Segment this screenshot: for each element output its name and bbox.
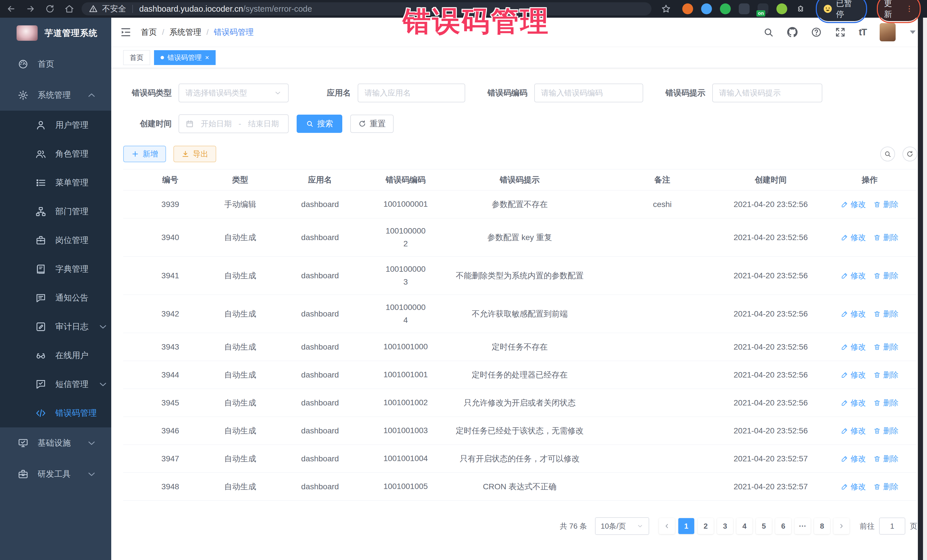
- delete-link[interactable]: 删除: [873, 342, 898, 352]
- ext-blue-gem-icon[interactable]: [701, 3, 712, 14]
- sidebar-item-短信管理[interactable]: 短信管理: [0, 370, 111, 399]
- page-size-select[interactable]: 10条/页: [595, 517, 649, 535]
- ext-puzzle-icon[interactable]: [795, 3, 806, 14]
- fullscreen-icon[interactable]: [835, 27, 846, 38]
- search-button[interactable]: 搜索: [296, 115, 342, 133]
- delete-link[interactable]: 删除: [873, 398, 898, 408]
- sidebar-item-通知公告[interactable]: 通知公告: [0, 284, 111, 312]
- paused-extension-pill[interactable]: 已暂停: [818, 0, 865, 21]
- edit-link[interactable]: 修改: [841, 426, 866, 436]
- export-button[interactable]: 导出: [173, 146, 216, 162]
- filter-input-错误码提示[interactable]: [712, 83, 822, 102]
- sidebar-item-错误码管理[interactable]: 错误码管理: [0, 399, 111, 427]
- delete-link[interactable]: 删除: [873, 370, 898, 380]
- sidebar-item-部门管理[interactable]: 部门管理: [0, 197, 111, 226]
- sidebar-item-字典管理[interactable]: 字典管理: [0, 255, 111, 284]
- page-ellipsis[interactable]: ···: [795, 518, 811, 534]
- page-button-4[interactable]: 4: [737, 518, 752, 534]
- edit-link[interactable]: 修改: [841, 309, 866, 319]
- sidebar-item-基础设施[interactable]: 基础设施: [0, 427, 111, 458]
- ext-green-check-icon[interactable]: [720, 3, 731, 14]
- address-bar[interactable]: 不安全 dashboard.yudao.iocoder.cn/system/er…: [82, 2, 652, 15]
- ext-switch-icon[interactable]: on: [758, 3, 768, 14]
- edit-link[interactable]: 修改: [841, 454, 866, 464]
- refresh-table-button[interactable]: [903, 147, 917, 161]
- sidebar-item-系统管理[interactable]: 系统管理: [0, 80, 111, 111]
- filter-input-错误码编码[interactable]: [534, 83, 643, 102]
- filter-input[interactable]: [541, 89, 636, 97]
- user-avatar[interactable]: [880, 23, 896, 41]
- edit-icon: [841, 234, 848, 241]
- delete-link[interactable]: 删除: [873, 482, 898, 492]
- edit-link[interactable]: 修改: [841, 342, 866, 352]
- prev-page-button[interactable]: [659, 518, 675, 534]
- delete-link[interactable]: 删除: [873, 454, 898, 464]
- reset-button[interactable]: 重置: [350, 115, 394, 133]
- filter-input[interactable]: [365, 89, 458, 97]
- page-button-6[interactable]: 6: [775, 518, 791, 534]
- error-type-select[interactable]: 请选择错误码类型: [179, 83, 289, 102]
- tab-首页[interactable]: 首页: [123, 50, 150, 65]
- bookmark-star-icon[interactable]: [661, 4, 671, 14]
- security-label[interactable]: 不安全: [102, 3, 126, 14]
- ext-grid-icon[interactable]: [739, 3, 749, 14]
- breadcrumb-item[interactable]: 错误码管理: [214, 27, 254, 38]
- filter-input-应用名[interactable]: [358, 83, 465, 102]
- cell-time: 2021-04-20 23:52:56: [719, 200, 822, 209]
- browser-home-icon[interactable]: [64, 4, 74, 14]
- sidebar-item-菜单管理[interactable]: 菜单管理: [0, 168, 111, 197]
- filter-input[interactable]: [719, 89, 816, 97]
- close-tab-icon[interactable]: ×: [205, 54, 209, 61]
- show-search-button[interactable]: [880, 147, 895, 161]
- page-button-5[interactable]: 5: [756, 518, 772, 534]
- ext-green-key-icon[interactable]: [777, 3, 787, 14]
- search-icon[interactable]: [763, 27, 774, 38]
- delete-link[interactable]: 删除: [873, 426, 898, 436]
- browser-menu-dots-icon[interactable]: [905, 5, 913, 13]
- sidebar-item-岗位管理[interactable]: 岗位管理: [0, 226, 111, 255]
- browser-reload-icon[interactable]: [45, 4, 55, 14]
- page-button-3[interactable]: 3: [717, 518, 733, 534]
- breadcrumb-item[interactable]: 首页: [141, 27, 157, 38]
- edit-link[interactable]: 修改: [841, 199, 866, 209]
- column-header: 操作: [822, 175, 917, 185]
- edit-link[interactable]: 修改: [841, 398, 866, 408]
- next-page-button[interactable]: [833, 518, 849, 534]
- sidebar-item-研发工具[interactable]: 研发工具: [0, 458, 111, 490]
- ext-orange-circle-icon[interactable]: [682, 3, 693, 14]
- table-row: 3939手动编辑dashboard1001000001参数配置不存在ceshi2…: [123, 190, 917, 219]
- sidebar-item-在线用户[interactable]: 在线用户: [0, 341, 111, 370]
- browser-update-button[interactable]: 更新: [879, 0, 919, 21]
- edit-link[interactable]: 修改: [841, 370, 866, 380]
- tab-错误码管理[interactable]: 错误码管理×: [154, 50, 216, 65]
- hamburger-icon[interactable]: [120, 26, 132, 38]
- delete-link[interactable]: 删除: [873, 270, 898, 281]
- cell-app: dashboard: [263, 310, 377, 319]
- help-icon[interactable]: [811, 27, 822, 38]
- page-button-8[interactable]: 8: [814, 518, 830, 534]
- cell-operations: 修改删除: [822, 454, 917, 464]
- sidebar-item-角色管理[interactable]: 角色管理: [0, 140, 111, 168]
- delete-link[interactable]: 删除: [873, 232, 898, 243]
- page-button-1[interactable]: 1: [678, 518, 694, 534]
- goto-page-input[interactable]: [879, 518, 905, 535]
- window-scrollbar[interactable]: [918, 18, 923, 560]
- browser-forward-icon[interactable]: [26, 4, 35, 14]
- edit-link[interactable]: 修改: [841, 270, 866, 281]
- sidebar-item-审计日志[interactable]: 审计日志: [0, 312, 111, 341]
- github-icon[interactable]: [787, 27, 798, 38]
- menu-list-icon: [35, 178, 46, 188]
- sidebar-item-首页[interactable]: 首页: [0, 49, 111, 80]
- delete-link[interactable]: 删除: [873, 199, 898, 209]
- edit-link[interactable]: 修改: [841, 232, 866, 243]
- date-range-picker[interactable]: 开始日期 - 结束日期: [179, 114, 289, 133]
- sidebar-item-用户管理[interactable]: 用户管理: [0, 111, 111, 140]
- font-size-icon[interactable]: tT: [859, 27, 866, 38]
- add-button[interactable]: 新增: [123, 146, 166, 162]
- avatar-caret-icon[interactable]: [910, 30, 916, 34]
- edit-link[interactable]: 修改: [841, 482, 866, 492]
- page-button-2[interactable]: 2: [698, 518, 714, 534]
- delete-link[interactable]: 删除: [873, 309, 898, 319]
- browser-back-icon[interactable]: [6, 4, 16, 14]
- breadcrumb-item[interactable]: 系统管理: [169, 27, 201, 38]
